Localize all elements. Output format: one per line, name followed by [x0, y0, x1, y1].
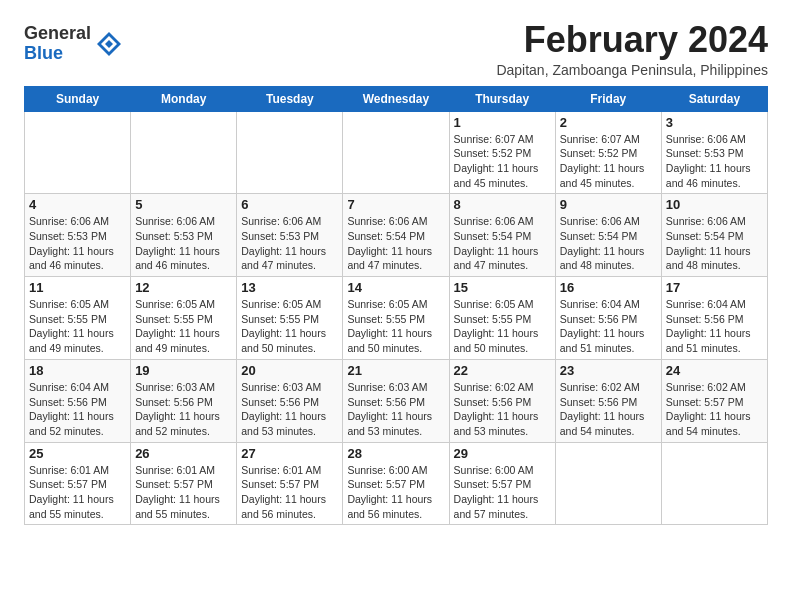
calendar-cell: 26Sunrise: 6:01 AMSunset: 5:57 PMDayligh… — [131, 442, 237, 525]
calendar-body: 1Sunrise: 6:07 AMSunset: 5:52 PMDaylight… — [25, 111, 768, 525]
header-cell-saturday: Saturday — [661, 86, 767, 111]
header-cell-monday: Monday — [131, 86, 237, 111]
calendar-cell: 8Sunrise: 6:06 AMSunset: 5:54 PMDaylight… — [449, 194, 555, 277]
day-info: Sunrise: 6:06 AMSunset: 5:54 PMDaylight:… — [560, 214, 657, 273]
day-number: 14 — [347, 280, 444, 295]
day-number: 7 — [347, 197, 444, 212]
week-row-5: 25Sunrise: 6:01 AMSunset: 5:57 PMDayligh… — [25, 442, 768, 525]
day-number: 4 — [29, 197, 126, 212]
day-info: Sunrise: 6:02 AMSunset: 5:56 PMDaylight:… — [454, 380, 551, 439]
logo: General Blue — [24, 24, 123, 64]
page-header: General Blue February 2024 Dapitan, Zamb… — [24, 20, 768, 78]
week-row-3: 11Sunrise: 6:05 AMSunset: 5:55 PMDayligh… — [25, 277, 768, 360]
day-number: 12 — [135, 280, 232, 295]
subtitle: Dapitan, Zamboanga Peninsula, Philippine… — [496, 62, 768, 78]
logo-general-text: General — [24, 24, 91, 44]
header-cell-sunday: Sunday — [25, 86, 131, 111]
calendar-cell: 16Sunrise: 6:04 AMSunset: 5:56 PMDayligh… — [555, 277, 661, 360]
day-info: Sunrise: 6:00 AMSunset: 5:57 PMDaylight:… — [347, 463, 444, 522]
day-info: Sunrise: 6:04 AMSunset: 5:56 PMDaylight:… — [560, 297, 657, 356]
day-number: 13 — [241, 280, 338, 295]
day-info: Sunrise: 6:00 AMSunset: 5:57 PMDaylight:… — [454, 463, 551, 522]
day-number: 23 — [560, 363, 657, 378]
day-number: 9 — [560, 197, 657, 212]
day-info: Sunrise: 6:06 AMSunset: 5:54 PMDaylight:… — [347, 214, 444, 273]
day-number: 18 — [29, 363, 126, 378]
calendar-cell — [661, 442, 767, 525]
calendar-cell: 4Sunrise: 6:06 AMSunset: 5:53 PMDaylight… — [25, 194, 131, 277]
header-cell-thursday: Thursday — [449, 86, 555, 111]
calendar-cell — [25, 111, 131, 194]
day-number: 16 — [560, 280, 657, 295]
calendar-cell: 24Sunrise: 6:02 AMSunset: 5:57 PMDayligh… — [661, 359, 767, 442]
day-info: Sunrise: 6:03 AMSunset: 5:56 PMDaylight:… — [347, 380, 444, 439]
calendar-cell: 10Sunrise: 6:06 AMSunset: 5:54 PMDayligh… — [661, 194, 767, 277]
calendar-cell: 23Sunrise: 6:02 AMSunset: 5:56 PMDayligh… — [555, 359, 661, 442]
day-number: 28 — [347, 446, 444, 461]
day-info: Sunrise: 6:04 AMSunset: 5:56 PMDaylight:… — [29, 380, 126, 439]
calendar-cell — [343, 111, 449, 194]
calendar-cell: 25Sunrise: 6:01 AMSunset: 5:57 PMDayligh… — [25, 442, 131, 525]
calendar-table: SundayMondayTuesdayWednesdayThursdayFrid… — [24, 86, 768, 526]
day-info: Sunrise: 6:05 AMSunset: 5:55 PMDaylight:… — [135, 297, 232, 356]
header-cell-wednesday: Wednesday — [343, 86, 449, 111]
day-number: 19 — [135, 363, 232, 378]
day-number: 26 — [135, 446, 232, 461]
calendar-cell: 28Sunrise: 6:00 AMSunset: 5:57 PMDayligh… — [343, 442, 449, 525]
day-info: Sunrise: 6:07 AMSunset: 5:52 PMDaylight:… — [454, 132, 551, 191]
calendar-cell: 11Sunrise: 6:05 AMSunset: 5:55 PMDayligh… — [25, 277, 131, 360]
day-info: Sunrise: 6:06 AMSunset: 5:53 PMDaylight:… — [666, 132, 763, 191]
calendar-cell: 21Sunrise: 6:03 AMSunset: 5:56 PMDayligh… — [343, 359, 449, 442]
day-info: Sunrise: 6:05 AMSunset: 5:55 PMDaylight:… — [29, 297, 126, 356]
week-row-4: 18Sunrise: 6:04 AMSunset: 5:56 PMDayligh… — [25, 359, 768, 442]
calendar-cell — [237, 111, 343, 194]
day-info: Sunrise: 6:06 AMSunset: 5:54 PMDaylight:… — [666, 214, 763, 273]
day-number: 1 — [454, 115, 551, 130]
logo-blue-text: Blue — [24, 44, 91, 64]
week-row-1: 1Sunrise: 6:07 AMSunset: 5:52 PMDaylight… — [25, 111, 768, 194]
day-info: Sunrise: 6:05 AMSunset: 5:55 PMDaylight:… — [347, 297, 444, 356]
header-row: SundayMondayTuesdayWednesdayThursdayFrid… — [25, 86, 768, 111]
calendar-cell: 3Sunrise: 6:06 AMSunset: 5:53 PMDaylight… — [661, 111, 767, 194]
day-number: 11 — [29, 280, 126, 295]
calendar-cell — [555, 442, 661, 525]
header-cell-tuesday: Tuesday — [237, 86, 343, 111]
title-area: February 2024 Dapitan, Zamboanga Peninsu… — [496, 20, 768, 78]
day-number: 27 — [241, 446, 338, 461]
calendar-cell: 7Sunrise: 6:06 AMSunset: 5:54 PMDaylight… — [343, 194, 449, 277]
calendar-cell: 20Sunrise: 6:03 AMSunset: 5:56 PMDayligh… — [237, 359, 343, 442]
day-info: Sunrise: 6:03 AMSunset: 5:56 PMDaylight:… — [135, 380, 232, 439]
calendar-cell: 13Sunrise: 6:05 AMSunset: 5:55 PMDayligh… — [237, 277, 343, 360]
day-info: Sunrise: 6:05 AMSunset: 5:55 PMDaylight:… — [241, 297, 338, 356]
header-cell-friday: Friday — [555, 86, 661, 111]
day-number: 25 — [29, 446, 126, 461]
day-number: 24 — [666, 363, 763, 378]
calendar-cell: 5Sunrise: 6:06 AMSunset: 5:53 PMDaylight… — [131, 194, 237, 277]
day-info: Sunrise: 6:01 AMSunset: 5:57 PMDaylight:… — [29, 463, 126, 522]
day-number: 2 — [560, 115, 657, 130]
calendar-cell: 15Sunrise: 6:05 AMSunset: 5:55 PMDayligh… — [449, 277, 555, 360]
calendar-cell: 2Sunrise: 6:07 AMSunset: 5:52 PMDaylight… — [555, 111, 661, 194]
calendar-cell: 27Sunrise: 6:01 AMSunset: 5:57 PMDayligh… — [237, 442, 343, 525]
day-info: Sunrise: 6:05 AMSunset: 5:55 PMDaylight:… — [454, 297, 551, 356]
day-info: Sunrise: 6:06 AMSunset: 5:53 PMDaylight:… — [241, 214, 338, 273]
day-number: 15 — [454, 280, 551, 295]
day-number: 21 — [347, 363, 444, 378]
day-info: Sunrise: 6:06 AMSunset: 5:53 PMDaylight:… — [29, 214, 126, 273]
week-row-2: 4Sunrise: 6:06 AMSunset: 5:53 PMDaylight… — [25, 194, 768, 277]
day-number: 10 — [666, 197, 763, 212]
day-info: Sunrise: 6:02 AMSunset: 5:57 PMDaylight:… — [666, 380, 763, 439]
logo-icon — [95, 30, 123, 58]
day-info: Sunrise: 6:06 AMSunset: 5:54 PMDaylight:… — [454, 214, 551, 273]
day-number: 20 — [241, 363, 338, 378]
day-number: 5 — [135, 197, 232, 212]
day-number: 17 — [666, 280, 763, 295]
calendar-cell: 14Sunrise: 6:05 AMSunset: 5:55 PMDayligh… — [343, 277, 449, 360]
calendar-cell: 9Sunrise: 6:06 AMSunset: 5:54 PMDaylight… — [555, 194, 661, 277]
calendar-header: SundayMondayTuesdayWednesdayThursdayFrid… — [25, 86, 768, 111]
day-number: 22 — [454, 363, 551, 378]
month-title: February 2024 — [496, 20, 768, 60]
calendar-cell: 6Sunrise: 6:06 AMSunset: 5:53 PMDaylight… — [237, 194, 343, 277]
calendar-cell: 29Sunrise: 6:00 AMSunset: 5:57 PMDayligh… — [449, 442, 555, 525]
calendar-cell: 18Sunrise: 6:04 AMSunset: 5:56 PMDayligh… — [25, 359, 131, 442]
